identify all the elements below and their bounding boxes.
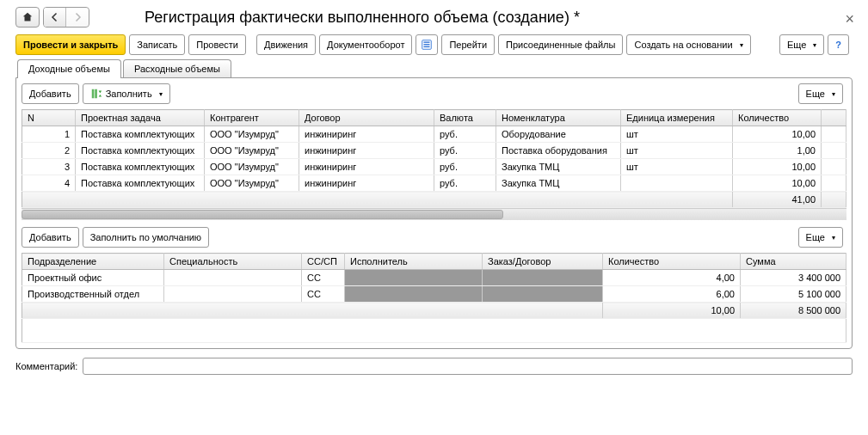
table2-more-button[interactable]: Еще — [798, 227, 843, 248]
col-currency[interactable]: Валюта — [434, 110, 496, 126]
cell-task: Поставка комплектующих — [76, 159, 205, 175]
cell-nomen: Оборудование — [496, 126, 621, 143]
cell-n: 1 — [22, 126, 76, 143]
cell-qty: 10,00 — [733, 159, 822, 175]
table-row[interactable]: 4Поставка комплектующихООО "Изумруд"инжи… — [22, 175, 846, 192]
col-n[interactable]: N — [22, 110, 76, 126]
table-row[interactable]: 1Поставка комплектующихООО "Изумруд"инжи… — [22, 126, 846, 143]
close-button[interactable]: × — [845, 10, 854, 28]
report-icon — [421, 39, 433, 51]
tab-income[interactable]: Доходные объемы — [17, 59, 121, 78]
cell-n: 3 — [22, 159, 76, 175]
back-button[interactable] — [44, 8, 66, 27]
cell-exec — [345, 270, 483, 286]
comment-input[interactable] — [83, 358, 853, 375]
cell-contractor: ООО "Изумруд" — [205, 143, 299, 159]
col-sum[interactable]: Сумма — [741, 254, 846, 270]
table2-total-sum: 8 500 000 — [741, 303, 846, 319]
create-based-on-button[interactable]: Создать на основании — [626, 34, 750, 55]
cell-sssp: СС — [302, 270, 345, 286]
scroll-thumb[interactable] — [22, 210, 503, 219]
col-nomen[interactable]: Номенклатура — [496, 110, 621, 126]
cell-contract: инжиниринг — [299, 143, 434, 159]
cell-qty: 10,00 — [733, 175, 822, 192]
cell-sssp: СС — [302, 286, 345, 303]
cell-contract: инжиниринг — [299, 126, 434, 143]
cell-qty: 1,00 — [733, 143, 822, 159]
post-and-close-button[interactable]: Провести и закрыть — [15, 34, 126, 55]
more-button[interactable]: Еще — [779, 34, 824, 55]
home-icon — [22, 11, 34, 23]
write-button[interactable]: Записать — [129, 34, 185, 55]
cell-currency: руб. — [434, 126, 496, 143]
cell-nomen: Закупка ТМЦ — [496, 159, 621, 175]
report-button[interactable] — [416, 34, 438, 55]
page-title: Регистрация фактически выполненного объе… — [145, 9, 580, 27]
cell-unit: шт — [621, 126, 733, 143]
cell-task: Поставка комплектующих — [76, 126, 205, 143]
col-contract[interactable]: Договор — [299, 110, 434, 126]
home-button[interactable] — [15, 7, 40, 28]
cell-unit: шт — [621, 159, 733, 175]
cell-qty: 10,00 — [733, 126, 822, 143]
table-income[interactable]: N Проектная задача Контрагент Договор Ва… — [22, 109, 846, 208]
cell-sum: 3 400 000 — [741, 270, 846, 286]
post-button[interactable]: Провести — [188, 34, 246, 55]
cell-dept: Производственный отдел — [22, 286, 164, 303]
col-sssp[interactable]: СС/СП — [302, 254, 345, 270]
cell-task: Поставка комплектующих — [76, 143, 205, 159]
cell-qty: 6,00 — [603, 286, 741, 303]
cell-qty: 4,00 — [603, 270, 741, 286]
table-row[interactable]: 2Поставка комплектующихООО "Изумруд"инжи… — [22, 143, 846, 159]
table-row[interactable]: 3Поставка комплектующихООО "Изумруд"инжи… — [22, 159, 846, 175]
table2-add-button[interactable]: Добавить — [22, 227, 79, 248]
cell-dept: Проектный офис — [22, 270, 164, 286]
svg-rect-5 — [95, 89, 97, 99]
table1-fill-button[interactable]: Заполнить — [83, 83, 170, 104]
cell-contractor: ООО "Изумруд" — [205, 159, 299, 175]
help-button[interactable]: ? — [828, 34, 849, 55]
cell-n: 4 — [22, 175, 76, 192]
cell-contractor: ООО "Изумруд" — [205, 126, 299, 143]
table-row[interactable]: Проектный офисСС4,003 400 000 — [22, 270, 846, 286]
cell-currency: руб. — [434, 143, 496, 159]
table1-add-button[interactable]: Добавить — [22, 83, 79, 104]
col-exec[interactable]: Исполнитель — [345, 254, 483, 270]
table2-fill-default-button[interactable]: Заполнить по умолчанию — [83, 227, 210, 248]
cell-unit: шт — [621, 143, 733, 159]
fill-icon — [90, 88, 102, 100]
table1-fill-label: Заполнить — [106, 89, 152, 99]
cell-currency: руб. — [434, 175, 496, 192]
cell-contract: инжиниринг — [299, 175, 434, 192]
docflow-button[interactable]: Документооборот — [319, 34, 412, 55]
table-row[interactable]: Производственный отделСС6,005 100 000 — [22, 286, 846, 303]
cell-spec — [164, 286, 302, 303]
go-button[interactable]: Перейти — [441, 34, 495, 55]
col-spacer — [822, 110, 846, 126]
horizontal-scrollbar[interactable] — [22, 208, 846, 220]
svg-rect-4 — [91, 89, 94, 99]
col-order[interactable]: Заказ/Договор — [483, 254, 603, 270]
table-allocation[interactable]: Подразделение Специальность СС/СП Исполн… — [22, 253, 846, 343]
table1-more-button[interactable]: Еще — [798, 83, 843, 104]
col-contractor[interactable]: Контрагент — [205, 110, 299, 126]
tab-expense[interactable]: Расходные объемы — [123, 59, 231, 78]
cell-contract: инжиниринг — [299, 159, 434, 175]
col-qty[interactable]: Количество — [733, 110, 822, 126]
movements-button[interactable]: Движения — [256, 34, 316, 55]
forward-button[interactable] — [66, 8, 89, 27]
cell-nomen: Закупка ТМЦ — [496, 175, 621, 192]
col-qty2[interactable]: Количество — [603, 254, 741, 270]
col-task[interactable]: Проектная задача — [76, 110, 205, 126]
col-spec[interactable]: Специальность — [164, 254, 302, 270]
table2-total-qty: 10,00 — [603, 303, 741, 319]
attached-files-button[interactable]: Присоединенные файлы — [498, 34, 623, 55]
arrow-right-icon — [72, 12, 83, 22]
cell-order — [483, 270, 603, 286]
cell-unit — [621, 175, 733, 192]
cell-exec — [345, 286, 483, 303]
col-dept[interactable]: Подразделение — [22, 254, 164, 270]
cell-task: Поставка комплектующих — [76, 175, 205, 192]
col-unit[interactable]: Единица измерения — [621, 110, 733, 126]
cell-spec — [164, 270, 302, 286]
